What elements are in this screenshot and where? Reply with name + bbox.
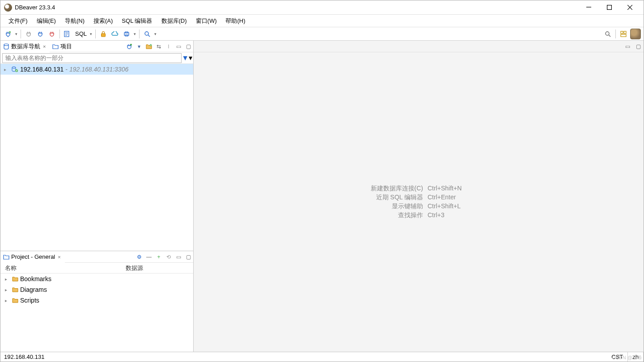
item-label: Diagrams	[20, 286, 47, 293]
project-tree: ▸ Bookmarks ▸ Diagrams ▸ Scripts	[0, 274, 193, 352]
svg-point-12	[4, 44, 8, 46]
navigator-tab-row: 数据库导航 × 项目 ▾ ⇆	[0, 41, 193, 52]
hint-shortcut: Ctrl+Shift+L	[428, 202, 481, 210]
folder-icon	[12, 287, 18, 292]
transaction-log-button[interactable]	[122, 29, 131, 39]
commit-button[interactable]	[98, 29, 108, 39]
collapse-button[interactable]: —	[144, 253, 153, 261]
collapse-all-button[interactable]: ⇆	[154, 42, 163, 51]
tab-project-general[interactable]: Project - General ×	[0, 251, 65, 263]
minimize-panel-button[interactable]: ▢	[184, 253, 193, 261]
tab-label: 项目	[60, 42, 72, 51]
project-item-scripts[interactable]: ▸ Scripts	[0, 295, 193, 306]
filter-button[interactable]: ▼	[182, 54, 189, 62]
menu-help[interactable]: 帮助(H)	[221, 16, 250, 26]
hint-shortcut: Ctrl+Shift+N	[428, 185, 481, 193]
svg-rect-9	[621, 31, 623, 34]
svg-rect-11	[621, 34, 626, 37]
svg-point-15	[12, 67, 16, 68]
rollback-button[interactable]	[110, 29, 120, 39]
maximize-editor-button[interactable]: ▢	[634, 42, 643, 51]
disconnect-button[interactable]	[47, 29, 57, 39]
hint-recent-sql: 近期 SQL 编辑器 Ctrl+Enter	[356, 194, 481, 202]
close-icon[interactable]: ×	[42, 44, 47, 49]
hint-label: 近期 SQL 编辑器	[356, 194, 428, 202]
folder-icon	[12, 298, 18, 303]
menu-file[interactable]: 文件(F)	[4, 16, 32, 26]
status-host: 192.168.40.131	[0, 352, 49, 362]
dbeaver-perspective-button[interactable]	[630, 29, 641, 39]
navigator-filter-input[interactable]	[2, 53, 182, 63]
menu-bar: 文件(F) 编辑(E) 导航(N) 搜索(A) SQL 编辑器 数据库(D) 窗…	[0, 15, 644, 27]
svg-point-8	[606, 32, 609, 35]
project-item-bookmarks[interactable]: ▸ Bookmarks	[0, 274, 193, 284]
menu-edit[interactable]: 编辑(E)	[32, 16, 60, 26]
toolbar: ▾ SQL ▾ ▾ ▾	[0, 27, 644, 41]
connection-name: 192.168.40.131	[20, 66, 64, 73]
hint-shortcut: Ctrl+3	[428, 211, 481, 219]
minimize-editor-button[interactable]: ▭	[623, 42, 632, 51]
new-connection-mini-button[interactable]	[125, 42, 134, 51]
connection-meta: - 192.168.40.131:3306	[65, 66, 128, 73]
status-bar: 192.168.40.131 CST zh	[0, 352, 644, 362]
item-label: Bookmarks	[20, 275, 51, 282]
hint-new-connection: 新建数据库连接(C) Ctrl+Shift+N	[356, 185, 481, 193]
item-label: Scripts	[20, 297, 39, 304]
menu-database[interactable]: 数据库(D)	[157, 16, 191, 26]
minimize-panel-button[interactable]: ▢	[184, 42, 193, 51]
database-navigator-panel: 数据库导航 × 项目 ▾ ⇆	[0, 41, 193, 251]
dropdown-icon[interactable]: ▾	[14, 32, 19, 36]
view-menu-button[interactable]: ▭	[174, 42, 183, 51]
sql-editor-button[interactable]	[63, 29, 72, 39]
minimize-button[interactable]	[578, 0, 599, 15]
dropdown-icon[interactable]: ▾	[132, 32, 137, 36]
dropdown-icon[interactable]: ▾	[189, 54, 192, 62]
expand-icon[interactable]: ▸	[5, 298, 10, 303]
new-connection-button[interactable]	[3, 29, 13, 39]
column-datasource: 数据源	[126, 264, 143, 272]
menu-sql-editor[interactable]: SQL 编辑器	[117, 16, 157, 26]
global-search-button[interactable]	[603, 29, 613, 39]
refresh-button[interactable]: ⟲	[164, 253, 173, 261]
dropdown-icon[interactable]: ▾	[89, 32, 93, 36]
link-editor-button[interactable]: ⁝	[164, 42, 173, 51]
menu-window[interactable]: 窗口(W)	[191, 16, 221, 26]
tab-projects[interactable]: 项目	[50, 41, 75, 52]
watermark: CSDN @三希	[612, 354, 642, 361]
svg-rect-10	[624, 31, 626, 34]
expand-icon[interactable]: ▸	[4, 67, 9, 72]
sql-label: SQL	[73, 30, 89, 37]
maximize-button[interactable]	[599, 0, 619, 15]
connect-button[interactable]	[24, 29, 34, 39]
tab-database-navigator[interactable]: 数据库导航 ×	[0, 41, 50, 52]
new-folder-button[interactable]	[144, 42, 153, 51]
expand-icon[interactable]: ▸	[5, 287, 10, 292]
app-icon	[4, 4, 12, 12]
mysql-icon	[11, 66, 18, 72]
navigator-filter-row: ▼ ▾	[0, 52, 193, 64]
close-icon[interactable]: ×	[57, 254, 61, 260]
menu-navigate[interactable]: 导航(N)	[60, 16, 89, 26]
navigator-tree: ▸ 192.168.40.131 - 192.168.40.131:3306	[0, 64, 193, 251]
add-button[interactable]: +	[154, 253, 163, 261]
project-panel: Project - General × ⚙ — + ⟲ ▭ ▢ 名称 数据源	[0, 251, 193, 352]
hint-label: 新建数据库连接(C)	[356, 185, 428, 193]
dropdown-icon[interactable]: ▾	[153, 32, 158, 36]
close-button[interactable]	[619, 0, 640, 15]
svg-rect-0	[607, 5, 611, 10]
connection-node[interactable]: ▸ 192.168.40.131 - 192.168.40.131:3306	[0, 64, 193, 75]
left-pane: 数据库导航 × 项目 ▾ ⇆	[0, 41, 194, 352]
configure-columns-button[interactable]: ⚙	[135, 253, 144, 261]
editor-tab-row: ▭ ▢	[194, 41, 644, 52]
welcome-hints: 新建数据库连接(C) Ctrl+Shift+N 近期 SQL 编辑器 Ctrl+…	[194, 52, 644, 352]
perspective-button[interactable]	[619, 29, 628, 39]
menu-search[interactable]: 搜索(A)	[89, 16, 117, 26]
project-item-diagrams[interactable]: ▸ Diagrams	[0, 284, 193, 295]
tab-label: 数据库导航	[11, 42, 40, 51]
reconnect-button[interactable]	[35, 29, 45, 39]
svg-rect-3	[102, 34, 106, 37]
dropdown-icon[interactable]: ▾	[135, 42, 144, 51]
expand-icon[interactable]: ▸	[5, 277, 10, 282]
search-button[interactable]	[142, 29, 152, 39]
view-menu-button[interactable]: ▭	[174, 253, 183, 261]
